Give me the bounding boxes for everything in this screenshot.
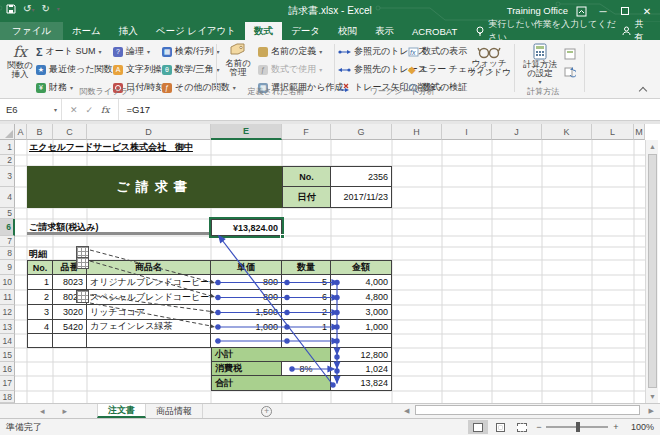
row-header-17[interactable]: 17: [0, 376, 15, 391]
insert-function-button[interactable]: fx 関数の挿入: [2, 43, 38, 85]
formula-input[interactable]: =G17: [119, 99, 151, 120]
autosum-button[interactable]: Σオート SUM▾: [36, 43, 102, 60]
column-header-G[interactable]: G: [331, 124, 392, 140]
vertical-scrollbar[interactable]: ▲ ▼: [645, 140, 658, 403]
row-header-18[interactable]: 18: [0, 391, 15, 403]
row-header-12[interactable]: 12: [0, 305, 15, 320]
cell-subtotal-value[interactable]: 12,800: [331, 348, 392, 362]
logical-button[interactable]: ?論理▾: [113, 43, 150, 60]
table-row[interactable]: [331, 334, 392, 348]
name-manager-button[interactable]: 名前の管理: [220, 43, 256, 85]
table-row[interactable]: 800: [211, 275, 282, 290]
insert-function-icon[interactable]: fx: [101, 105, 109, 115]
horizontal-scroll-thumb[interactable]: [415, 405, 640, 415]
scroll-right-icon[interactable]: ▶: [649, 407, 658, 415]
tab-view[interactable]: 表示: [366, 22, 403, 40]
cell-subtotal-label[interactable]: 小計: [211, 348, 331, 362]
cell-header-product[interactable]: 商品名: [87, 260, 211, 275]
zoom-out-icon[interactable]: −: [534, 422, 544, 432]
add-sheet-icon[interactable]: +: [261, 404, 272, 418]
calculate-now-button[interactable]: [564, 45, 576, 62]
cell-total-value[interactable]: 13,824: [331, 376, 392, 391]
row-header-14[interactable]: 14: [0, 334, 15, 348]
column-header-E[interactable]: E: [211, 124, 282, 140]
row-header-5[interactable]: 5: [0, 208, 15, 219]
row-header-2[interactable]: 2: [0, 155, 15, 166]
cell-header-no[interactable]: No.: [27, 260, 53, 275]
math-trig-button[interactable]: θ数学/三角▾: [162, 61, 220, 78]
table-row[interactable]: 3: [27, 305, 53, 320]
table-row[interactable]: 1,000: [331, 320, 392, 334]
row-header-7[interactable]: 7: [0, 236, 15, 247]
table-row[interactable]: 3020: [53, 305, 87, 320]
table-row[interactable]: 1,000: [211, 320, 282, 334]
row-header-6[interactable]: 6: [0, 219, 15, 236]
enter-icon[interactable]: ✓: [86, 105, 94, 115]
table-row[interactable]: 4: [27, 320, 53, 334]
sheet-tab-product-info[interactable]: 商品情報: [146, 404, 203, 418]
show-formulas-button[interactable]: fx数式の表示: [408, 43, 467, 60]
zoom-in-icon[interactable]: +: [610, 422, 622, 432]
table-row[interactable]: [53, 334, 87, 348]
table-row[interactable]: スペシャルブレンドコーヒー: [87, 290, 211, 305]
table-row[interactable]: リッチココア: [87, 305, 211, 320]
cell-recipient[interactable]: エクセルフードサービス株式会社 御中: [29, 141, 229, 154]
table-row[interactable]: 5420: [53, 320, 87, 334]
table-row[interactable]: 6: [282, 290, 331, 305]
column-header-L[interactable]: L: [592, 124, 634, 140]
view-normal-icon[interactable]: [468, 420, 488, 434]
cell-tax-label[interactable]: 消費税: [211, 362, 282, 376]
cell-date-label[interactable]: 日付: [282, 187, 331, 208]
row-header-9[interactable]: 9: [0, 260, 15, 275]
table-row[interactable]: [211, 334, 282, 348]
column-header-K[interactable]: K: [542, 124, 592, 140]
table-row[interactable]: 1: [282, 320, 331, 334]
zoom-slider-thumb[interactable]: [576, 422, 580, 432]
table-row[interactable]: [27, 334, 53, 348]
tab-acrobat[interactable]: ACROBAT: [403, 22, 466, 40]
row-header-13[interactable]: 13: [0, 320, 15, 334]
scroll-left-icon[interactable]: ◀: [400, 407, 409, 415]
cell-date-value[interactable]: 2017/11/23: [331, 187, 392, 208]
select-all-corner[interactable]: [0, 124, 15, 140]
worksheet-grid[interactable]: エクセルフードサービス株式会社 御中 ご請求書 No. 2356 日付 2017…: [15, 140, 645, 403]
cell-no-label[interactable]: No.: [282, 166, 331, 187]
row-header-3[interactable]: 3: [0, 166, 15, 187]
view-page-layout-icon[interactable]: [490, 420, 510, 434]
column-header-F[interactable]: F: [282, 124, 331, 140]
scroll-up-icon[interactable]: ▲: [649, 143, 656, 150]
cell-header-unit-price[interactable]: 単価: [211, 260, 282, 275]
name-box[interactable]: E6▾: [0, 99, 62, 120]
cell-header-qty[interactable]: 数量: [282, 260, 331, 275]
calculate-sheet-button[interactable]: [564, 63, 576, 80]
row-header-8[interactable]: 8: [0, 247, 15, 260]
account-name[interactable]: Training Office: [507, 5, 568, 16]
cell-total-label[interactable]: 合計: [211, 376, 331, 391]
column-header-B[interactable]: B: [27, 124, 53, 140]
tab-page-layout[interactable]: ページ レイアウト: [147, 22, 245, 40]
lookup-button[interactable]: ▦検索/行列▾: [162, 43, 220, 60]
row-header-10[interactable]: 10: [0, 275, 15, 290]
table-row[interactable]: [282, 334, 331, 348]
vertical-scroll-thumb[interactable]: [648, 154, 657, 388]
table-row[interactable]: 4,800: [331, 290, 392, 305]
sheet-tab-order[interactable]: 注文書: [97, 404, 146, 418]
row-header-4[interactable]: 4: [0, 187, 15, 208]
cell-header-amount[interactable]: 金額: [331, 260, 392, 275]
tab-review[interactable]: 校閲: [329, 22, 366, 40]
table-row[interactable]: 3,000: [331, 305, 392, 320]
column-header-H[interactable]: H: [392, 124, 442, 140]
tab-home[interactable]: ホーム: [63, 22, 110, 40]
table-row[interactable]: 8023: [53, 275, 87, 290]
table-row[interactable]: 800: [211, 290, 282, 305]
use-in-formula-button[interactable]: ƒ数式で使用▾: [258, 61, 322, 78]
watch-window-button[interactable]: ウォッチウィンドウ: [466, 43, 512, 85]
tab-insert[interactable]: 挿入: [110, 22, 147, 40]
zoom-level[interactable]: 100%: [624, 422, 654, 432]
row-header-1[interactable]: 1: [0, 140, 15, 155]
row-header-15[interactable]: 15: [0, 348, 15, 362]
cell-detail-label[interactable]: 明細: [29, 248, 69, 260]
define-name-button[interactable]: 名前の定義▾: [258, 43, 322, 60]
zoom-slider[interactable]: [546, 426, 608, 428]
table-row[interactable]: 4,000: [331, 275, 392, 290]
